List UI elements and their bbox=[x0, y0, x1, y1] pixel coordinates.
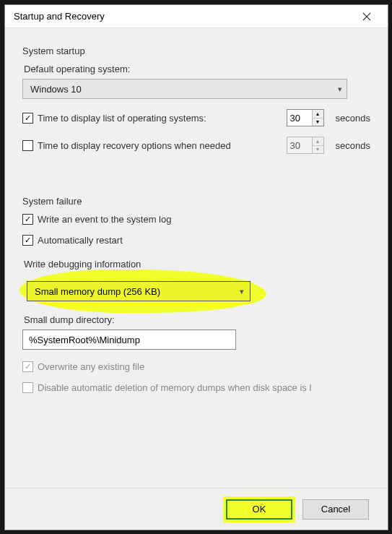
close-button[interactable] bbox=[352, 6, 382, 27]
dump-dir-input[interactable] bbox=[22, 330, 236, 350]
chevron-down-icon: ▾ bbox=[338, 85, 342, 94]
debug-info-label: Write debugging information bbox=[24, 259, 370, 270]
system-startup-heading: System startup bbox=[22, 46, 370, 56]
disable-delete-row: Disable automatic deletion of memory dum… bbox=[22, 382, 370, 393]
default-os-label: Default operating system: bbox=[24, 64, 370, 74]
dump-dir-label: Small dump directory: bbox=[24, 314, 370, 325]
display-os-list-unit: seconds bbox=[336, 113, 370, 124]
debug-info-value: Small memory dump (256 KB) bbox=[35, 286, 240, 297]
display-os-list-checkbox[interactable]: ✓ bbox=[22, 113, 33, 124]
default-os-select[interactable]: Windows 10 ▾ bbox=[22, 79, 347, 99]
overwrite-row: ✓ Overwrite any existing file bbox=[22, 361, 370, 372]
chevron-down-icon: ▾ bbox=[240, 287, 244, 296]
spinner-arrows[interactable]: ▲▼ bbox=[312, 110, 323, 126]
chevron-down-icon: ▼ bbox=[313, 146, 323, 154]
auto-restart-label: Automatically restart bbox=[38, 235, 370, 246]
display-os-list-label: Time to display list of operating system… bbox=[38, 113, 276, 124]
dialog-content: System startup Default operating system:… bbox=[5, 28, 388, 488]
display-recovery-unit: seconds bbox=[336, 140, 370, 151]
dialog-footer: OK Cancel bbox=[5, 488, 388, 530]
display-os-list-spinner[interactable]: ▲▼ bbox=[287, 109, 324, 126]
startup-recovery-dialog: Startup and Recovery System startup Defa… bbox=[4, 4, 388, 530]
ok-button[interactable]: OK bbox=[226, 499, 292, 520]
system-failure-heading: System failure bbox=[22, 196, 370, 207]
default-os-value: Windows 10 bbox=[30, 84, 338, 95]
display-recovery-row: Time to display recovery options when ne… bbox=[22, 137, 370, 154]
chevron-up-icon: ▲ bbox=[313, 137, 323, 146]
chevron-up-icon[interactable]: ▲ bbox=[313, 110, 323, 119]
display-recovery-spinner: ▲▼ bbox=[287, 137, 324, 154]
auto-restart-row: ✓ Automatically restart bbox=[22, 235, 370, 246]
write-log-checkbox[interactable]: ✓ bbox=[22, 214, 33, 225]
display-recovery-value bbox=[287, 137, 312, 153]
display-recovery-label: Time to display recovery options when ne… bbox=[38, 140, 276, 151]
window-title: Startup and Recovery bbox=[14, 11, 352, 22]
write-log-label: Write an event to the system log bbox=[38, 214, 370, 225]
write-log-row: ✓ Write an event to the system log bbox=[22, 214, 370, 225]
overwrite-checkbox: ✓ bbox=[22, 361, 33, 372]
overwrite-label: Overwrite any existing file bbox=[38, 361, 370, 372]
debug-info-select[interactable]: Small memory dump (256 KB) ▾ bbox=[27, 281, 251, 301]
titlebar: Startup and Recovery bbox=[5, 5, 388, 28]
debug-select-highlight: Small memory dump (256 KB) ▾ bbox=[22, 274, 370, 313]
auto-restart-checkbox[interactable]: ✓ bbox=[22, 235, 33, 246]
disable-delete-checkbox bbox=[22, 382, 33, 393]
chevron-down-icon[interactable]: ▼ bbox=[313, 119, 323, 126]
disable-delete-label: Disable automatic deletion of memory dum… bbox=[38, 382, 370, 393]
spinner-arrows: ▲▼ bbox=[312, 137, 323, 153]
display-recovery-checkbox[interactable] bbox=[22, 140, 33, 151]
display-os-list-value[interactable] bbox=[287, 110, 312, 126]
display-os-list-row: ✓ Time to display list of operating syst… bbox=[22, 109, 370, 126]
cancel-button[interactable]: Cancel bbox=[302, 499, 369, 520]
